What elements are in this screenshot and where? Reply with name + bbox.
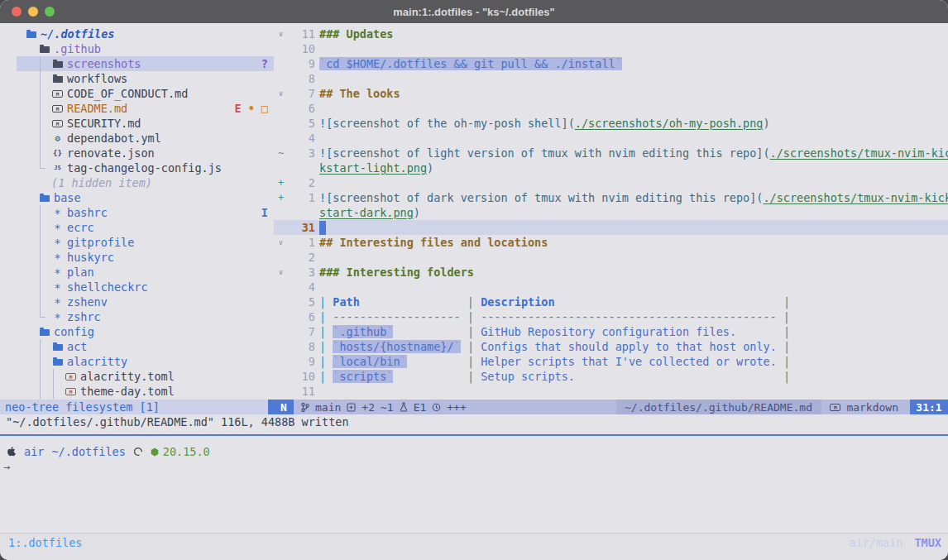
tree-item-renovate.json[interactable]: {}renovate.json: [0, 146, 274, 160]
tree-item-shellcheckrc[interactable]: *shellcheckrc: [0, 280, 274, 294]
editor-line[interactable]: 31: [274, 220, 948, 235]
editor-line[interactable]: ~3![screenshot of light version of tmux …: [274, 146, 948, 160]
tree-item-huskyrc[interactable]: *huskyrc: [0, 250, 274, 265]
tree-item--.dotfiles[interactable]: ~/.dotfiles: [0, 26, 274, 41]
line-number: 1: [288, 235, 319, 250]
statusline-filetype-segment: markdown: [821, 400, 910, 414]
tree-guide-line: [40, 294, 41, 309]
editor-line[interactable]: 10: [274, 41, 948, 56]
tree-item-alacritty[interactable]: alacritty: [0, 354, 274, 369]
line-number: 10: [288, 369, 319, 384]
tree-guide-corner: [40, 309, 45, 318]
folder-icon-wrap: [38, 328, 50, 336]
editor-line[interactable]: 5![screenshot of the oh-my-posh shell](.…: [274, 116, 948, 131]
line-text: ## Interesting files and locations: [319, 235, 548, 250]
line-number: 7: [288, 324, 319, 339]
tree-item-code-of-conduct.md[interactable]: CODE_OF_CONDUCT.md: [0, 86, 274, 101]
folder-icon: [53, 359, 63, 366]
window-title: main:1:.dotfiles - "ks~/.dotfiles": [393, 6, 554, 18]
tmux-window-tab[interactable]: 1:.dotfiles: [8, 536, 82, 549]
tree-item-label: renovate.json: [67, 146, 155, 160]
tree-guide-line: [53, 369, 54, 384]
editor-line[interactable]: 5| Path | Description |: [274, 294, 948, 309]
folder-icon: [53, 344, 63, 351]
tree-item-label: alacritty: [67, 355, 127, 368]
editor-line[interactable]: 8: [274, 71, 948, 86]
editor-line[interactable]: +1![screenshot of dark version of tmux w…: [274, 190, 948, 205]
tree-item--1-hidden-item-[interactable]: (1 hidden item): [0, 175, 274, 190]
tree-item-label: act: [67, 340, 87, 353]
folder-icon-wrap: [51, 342, 64, 351]
tree-item-label: CODE_OF_CONDUCT.md: [67, 87, 188, 100]
tree-item-.github[interactable]: .github: [0, 41, 274, 56]
neo-tree-sidebar[interactable]: ~/.dotfiles.githubscreenshots?workflowsC…: [0, 23, 274, 400]
toml-file-icon: [65, 373, 76, 381]
tree-item-label: shellcheckrc: [67, 280, 148, 294]
tree-item-dependabot.yml[interactable]: ⚙dependabot.yml: [0, 131, 274, 146]
tree-item-config[interactable]: config: [0, 324, 274, 339]
tree-item-base[interactable]: base: [0, 190, 274, 205]
tree-item-alacritty.toml[interactable]: alacritty.toml: [0, 369, 274, 384]
tmux-pane-divider[interactable]: [0, 434, 948, 436]
tree-item-theme-day.toml[interactable]: theme-day.toml: [0, 384, 274, 399]
gutter-spacer: [274, 116, 288, 131]
line-number: 3: [288, 146, 319, 160]
tree-item-tag-changelog-config.js[interactable]: JStag-changelog-config.js: [0, 160, 274, 175]
shell-file-icon: *: [54, 312, 60, 323]
editor-line[interactable]: ∨3### Interesting folders: [274, 265, 948, 280]
editor-line[interactable]: 11: [274, 384, 948, 399]
shell-prompt: air ~/.dotfiles 20.15.0: [7, 444, 210, 459]
editor-line[interactable]: 9| `local/bin` | Helper scripts that I'v…: [274, 354, 948, 369]
tree-guide-line: [40, 280, 41, 294]
tree-item-label: screenshots: [67, 57, 141, 70]
tree-item-security.md[interactable]: SECURITY.md: [0, 116, 274, 131]
tree-item-label: bashrc: [67, 206, 108, 219]
tree-item-ecrc[interactable]: *ecrc: [0, 220, 274, 235]
editor-line[interactable]: 9`cd $HOME/.dotfiles && git pull && ./in…: [274, 56, 948, 71]
markdown-file-icon: [830, 404, 840, 411]
editor-pane[interactable]: ∨11### Updates109`cd $HOME/.dotfiles && …: [274, 23, 948, 400]
tree-guide-line: [40, 369, 41, 384]
zoom-button[interactable]: [45, 7, 55, 17]
editor-line[interactable]: 2: [274, 250, 948, 265]
diagnostics-icon: [400, 402, 408, 412]
editor-line[interactable]: ∨11### Updates: [274, 26, 948, 41]
tree-item-zshrc[interactable]: *zshrc: [0, 309, 274, 324]
editor-line[interactable]: +2: [274, 175, 948, 190]
tree-item-screenshots[interactable]: screenshots?: [0, 56, 274, 71]
tree-item-readme.md[interactable]: README.mdE•□: [0, 101, 274, 116]
gutter-spacer: [274, 369, 288, 384]
editor-line[interactable]: kstart-light.png): [274, 160, 948, 175]
folder-icon-wrap: [51, 74, 64, 83]
close-button[interactable]: [12, 7, 22, 17]
tree-guide-line: [40, 205, 41, 220]
tree-item-act[interactable]: act: [0, 339, 274, 354]
minimize-button[interactable]: [28, 7, 38, 17]
shell-file-icon: *: [54, 252, 60, 264]
editor-line[interactable]: ∨7## The looks: [274, 86, 948, 101]
editor-line[interactable]: 4: [274, 280, 948, 294]
editor-line[interactable]: 6| ------------------- | ---------------…: [274, 309, 948, 324]
gutter-spacer: [274, 280, 288, 294]
tree-item-workflows[interactable]: workflows: [0, 71, 274, 86]
editor-line[interactable]: 8| `hosts/{hostname}/` | Configs that sh…: [274, 339, 948, 354]
editor-line[interactable]: 6: [274, 101, 948, 116]
fold-chevron-icon: ∨: [274, 86, 288, 101]
editor-line[interactable]: 10| `scripts` | Setup scripts. |: [274, 369, 948, 384]
line-text: ![screenshot of light version of tmux wi…: [319, 146, 948, 160]
fold-chevron-icon: ∨: [274, 235, 288, 250]
vim-mode-indicator: N: [274, 400, 294, 414]
tree-item-bashrc[interactable]: *bashrcI: [0, 205, 274, 220]
tree-item-gitprofile[interactable]: *gitprofile: [0, 235, 274, 250]
javascript-icon: JS: [54, 165, 60, 171]
tree-guide-line: [40, 116, 41, 131]
tree-item-plan[interactable]: *plan: [0, 265, 274, 280]
gutter-spacer: [274, 220, 288, 235]
editor-line[interactable]: 7| `.github` | GitHub Repository configu…: [274, 324, 948, 339]
editor-line[interactable]: 4: [274, 131, 948, 146]
editor-line[interactable]: start-dark.png): [274, 205, 948, 220]
tree-item-label: SECURITY.md: [67, 117, 141, 130]
tree-item-zshenv[interactable]: *zshenv: [0, 294, 274, 309]
tree-item-label: .github: [54, 42, 101, 55]
editor-line[interactable]: ∨1## Interesting files and locations: [274, 235, 948, 250]
